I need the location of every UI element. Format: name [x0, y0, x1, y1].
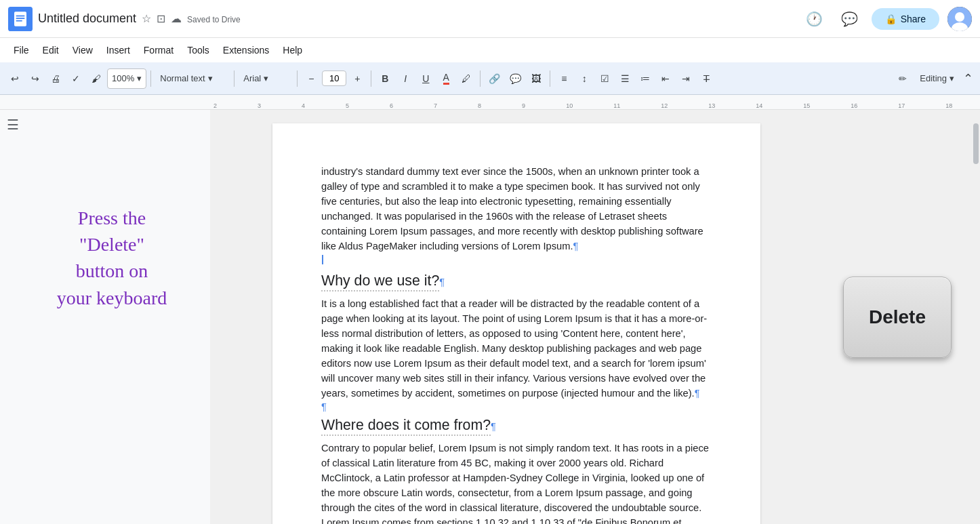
scroll-thumb[interactable] [973, 123, 979, 164]
underline-button[interactable]: U [416, 68, 435, 89]
pilcrow-empty-1: ¶ [321, 401, 327, 412]
increase-indent-button[interactable]: ⇥ [676, 68, 695, 89]
menu-edit[interactable]: Edit [37, 42, 64, 58]
ruler-mark: 3 [258, 102, 261, 109]
chat-button[interactable]: 💬 [836, 5, 863, 33]
docs-icon [8, 7, 33, 31]
title-icons: ☆ ⊡ ☁ [140, 11, 183, 26]
italic-button[interactable]: I [396, 68, 415, 89]
menu-extensions[interactable]: Extensions [218, 42, 274, 58]
heading-where-text: Where does it come from? [321, 417, 491, 436]
ruler-mark: 7 [434, 102, 437, 109]
ruler-mark: 16 [851, 102, 857, 109]
separator-5 [480, 70, 481, 87]
undo-button[interactable]: ↩ [5, 68, 24, 89]
editing-mode-label: Editing [920, 73, 947, 83]
history-button[interactable]: 🕐 [801, 5, 828, 33]
font-size-input[interactable] [322, 70, 346, 86]
annotation-line1: Press the [20, 205, 203, 231]
toolbar: ↩ ↪ 🖨 ✓ 🖌 100% ▾ Normal text ▾ Arial ▾ −… [0, 62, 980, 95]
annotation-line4: your keyboard [20, 285, 203, 311]
zoom-chevron: ▾ [137, 73, 142, 83]
document-page: industry's standard dummy text ever sinc… [272, 123, 760, 524]
font-chevron: ▾ [264, 73, 268, 83]
menu-help[interactable]: Help [277, 42, 308, 58]
checklist-button[interactable]: ☑ [595, 68, 614, 89]
ruler-mark: 6 [390, 102, 393, 109]
ruler-inner: 2 3 4 5 6 7 8 9 10 11 12 13 14 15 16 17 … [213, 95, 980, 109]
comment-button[interactable]: 💬 [506, 68, 525, 89]
menu-format[interactable]: Format [138, 42, 179, 58]
title-name-row: Untitled document ☆ ⊡ ☁ Saved to Drive [38, 11, 241, 26]
print-button[interactable]: 🖨 [46, 68, 65, 89]
menu-view[interactable]: View [67, 42, 98, 58]
text-cursor [322, 255, 323, 264]
ruler-mark: 14 [756, 102, 762, 109]
separator-6 [550, 70, 550, 87]
text-color-button[interactable]: A [436, 68, 455, 89]
numbered-list-button[interactable]: ≔ [636, 68, 655, 89]
ruler-mark: 2 [213, 102, 217, 109]
editing-mode-chevron: ▾ [950, 73, 954, 83]
svg-rect-3 [16, 18, 25, 19]
expand-button[interactable]: ⌃ [962, 70, 975, 87]
document-area[interactable]: industry's standard dummy text ever sinc… [210, 110, 823, 524]
para-why: It is a long established fact that a rea… [321, 296, 712, 401]
share-button[interactable]: 🔒 Share [872, 8, 939, 30]
pilcrow-h2: ¶ [491, 421, 496, 432]
pencil-icon[interactable]: ✏ [893, 68, 912, 89]
cloud-button[interactable]: ☁ [169, 11, 183, 26]
gap-1 [321, 254, 712, 267]
pilcrow-h1: ¶ [439, 277, 445, 287]
title-info: Untitled document ☆ ⊡ ☁ Saved to Drive [38, 11, 241, 26]
increase-font-button[interactable]: + [348, 68, 367, 89]
align-button[interactable]: ≡ [554, 68, 573, 89]
ruler-mark: 13 [708, 102, 715, 109]
annotation-line3: button on [20, 258, 203, 284]
font-value: Arial [243, 73, 261, 83]
menu-tools[interactable]: Tools [182, 42, 215, 58]
main-layout: ☰ Press the "Delete" button on your keyb… [0, 110, 980, 524]
menu-file[interactable]: File [8, 42, 35, 58]
editing-mode-button[interactable]: Editing ▾ [914, 68, 960, 89]
bold-button[interactable]: B [375, 68, 394, 89]
star-button[interactable]: ☆ [140, 11, 152, 26]
menu-bar: File Edit View Insert Format Tools Exten… [0, 38, 980, 62]
paragraph-style-value: Normal text [160, 73, 205, 83]
bullet-list-button[interactable]: ☰ [615, 68, 634, 89]
zoom-selector[interactable]: 100% ▾ [107, 68, 146, 89]
heading-where: Where does it come from?¶ [321, 417, 712, 434]
image-button[interactable]: 🖼 [527, 68, 546, 89]
ruler-mark: 9 [522, 102, 525, 109]
redo-button[interactable]: ↪ [26, 68, 45, 89]
line-spacing-button[interactable]: ↕ [575, 68, 594, 89]
clear-format-button[interactable]: T̶ [697, 68, 716, 89]
decrease-font-button[interactable]: − [302, 68, 321, 89]
title-bar-right: 🕐 💬 🔒 Share [801, 5, 972, 33]
ruler-mark: 10 [566, 102, 573, 109]
decrease-indent-button[interactable]: ⇤ [656, 68, 675, 89]
highlight-button[interactable]: 🖊 [457, 68, 476, 89]
pilcrow-2: ¶ [695, 388, 700, 399]
add-to-drive-button[interactable]: ⊡ [155, 11, 167, 26]
ruler-mark: 5 [346, 102, 349, 109]
link-button[interactable]: 🔗 [485, 68, 504, 89]
title-bar: Untitled document ☆ ⊡ ☁ Saved to Drive 🕐… [0, 0, 980, 38]
right-scrollbar[interactable] [972, 110, 980, 524]
avatar[interactable] [947, 7, 972, 31]
delete-key: Delete [843, 277, 952, 358]
spellcheck-button[interactable]: ✓ [66, 68, 85, 89]
paragraph-style-selector[interactable]: Normal text ▾ [155, 68, 230, 89]
document-title[interactable]: Untitled document [38, 12, 136, 26]
separator-4 [371, 70, 371, 87]
text-color-icon: A [443, 72, 449, 85]
heading-why: Why do we use it?¶ [321, 273, 712, 289]
paint-format-button[interactable]: 🖌 [87, 68, 106, 89]
menu-insert[interactable]: Insert [101, 42, 136, 58]
outline-icon[interactable]: ☰ [7, 117, 19, 133]
ruler-mark: 15 [803, 102, 810, 109]
delete-key-label: Delete [869, 306, 926, 328]
paragraph-style-chevron: ▾ [208, 73, 213, 83]
ruler-mark: 4 [302, 102, 305, 109]
font-selector[interactable]: Arial ▾ [239, 68, 293, 89]
